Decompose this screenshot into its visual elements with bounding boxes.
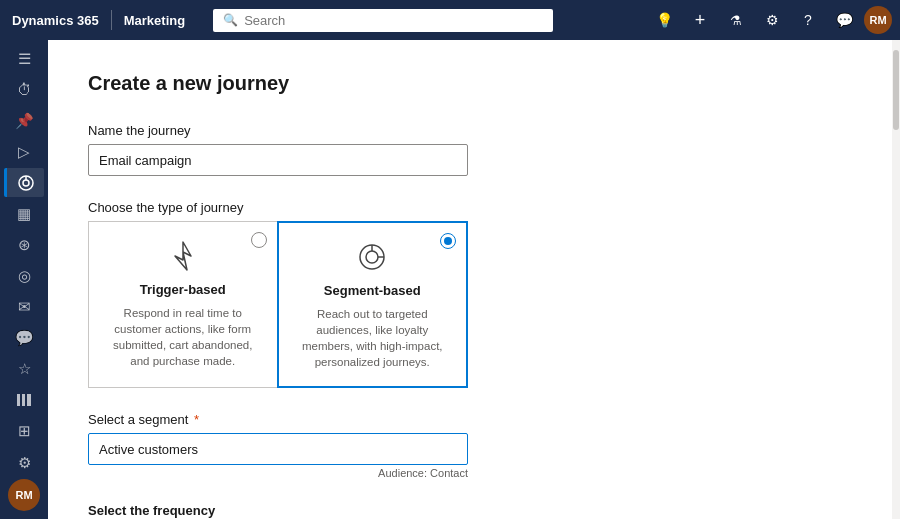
sidebar-item-grid[interactable]: ▦	[4, 199, 44, 228]
user-avatar[interactable]: RM	[864, 6, 892, 34]
trigger-card-desc: Respond in real time to customer actions…	[105, 305, 261, 369]
nav-icons: 💡 + ⚗ ⚙ ? 💬 RM	[640, 4, 900, 36]
sidebar-item-email[interactable]: ✉	[4, 293, 44, 322]
svg-point-7	[366, 251, 378, 263]
audience-hint: Audience: Contact	[88, 467, 468, 479]
sidebar-item-star[interactable]: ☆	[4, 355, 44, 384]
help-icon[interactable]: ?	[792, 4, 824, 36]
content-area: Create a new journey Name the journey Ch…	[48, 40, 892, 519]
trigger-radio[interactable]	[251, 232, 267, 248]
sidebar-item-recent[interactable]: ⏱	[4, 75, 44, 104]
sidebar-item-library[interactable]	[4, 386, 44, 415]
frequency-label: Select the frequency	[88, 503, 852, 518]
svg-rect-4	[22, 394, 25, 406]
top-nav: Dynamics 365 Marketing 🔍 💡 + ⚗ ⚙ ? 💬 RM	[0, 0, 900, 40]
page-title: Create a new journey	[88, 72, 852, 95]
filter-nav-icon[interactable]: ⚗	[720, 4, 752, 36]
search-icon: 🔍	[223, 13, 238, 27]
brand-area: Dynamics 365 Marketing	[0, 10, 197, 30]
trigger-card-title: Trigger-based	[105, 282, 261, 297]
segment-based-card[interactable]: Segment-based Reach out to targeted audi…	[277, 221, 469, 388]
search-area: 🔍	[197, 9, 640, 32]
search-box[interactable]: 🔍	[213, 9, 553, 32]
segment-radio[interactable]	[440, 233, 456, 249]
svg-point-1	[23, 180, 29, 186]
trigger-based-card[interactable]: Trigger-based Respond in real time to cu…	[88, 221, 277, 388]
chat-nav-icon[interactable]: 💬	[828, 4, 860, 36]
brand-name: Dynamics 365	[12, 13, 99, 28]
required-marker: *	[190, 412, 199, 427]
library-svg-icon	[15, 391, 33, 409]
segment-card-desc: Reach out to targeted audiences, like lo…	[295, 306, 451, 370]
lightbulb-icon[interactable]: 💡	[648, 4, 680, 36]
segment-label: Select a segment *	[88, 412, 852, 427]
sidebar-item-play[interactable]: ▷	[4, 137, 44, 166]
sidebar-item-pin[interactable]: 📌	[4, 106, 44, 135]
sidebar-item-grid2[interactable]: ⊞	[4, 417, 44, 446]
segment-section: Select a segment * Audience: Contact	[88, 412, 852, 479]
scrollbar[interactable]	[892, 40, 900, 519]
sidebar-avatar[interactable]: RM	[8, 479, 40, 511]
segment-wrapper: Audience: Contact	[88, 433, 468, 479]
segments-svg-icon	[17, 174, 35, 192]
journey-type-row: Trigger-based Respond in real time to cu…	[88, 221, 468, 388]
sidebar: ☰ ⏱ 📌 ▷ ▦ ⊛ ◎ ✉ 💬 ☆ ⊞ ⚙ RM	[0, 40, 48, 519]
sidebar-item-analytics[interactable]: ◎	[4, 262, 44, 291]
svg-rect-5	[27, 394, 31, 406]
scrollbar-thumb	[893, 50, 899, 130]
nav-divider	[111, 10, 112, 30]
sidebar-item-cog[interactable]: ⚙	[4, 448, 44, 477]
name-section: Name the journey	[88, 123, 852, 176]
sidebar-item-speech[interactable]: 💬	[4, 324, 44, 353]
journey-name-input[interactable]	[88, 144, 468, 176]
sidebar-item-segments[interactable]	[4, 168, 44, 197]
sidebar-bottom: RM	[8, 479, 40, 511]
frequency-section: Select the frequency A one-time journey …	[88, 503, 852, 519]
type-section: Choose the type of journey Trigger-based…	[88, 200, 852, 388]
sidebar-item-menu[interactable]: ☰	[4, 44, 44, 73]
search-input[interactable]	[244, 13, 543, 28]
app-name: Marketing	[124, 13, 185, 28]
sidebar-item-settings2[interactable]: ⊛	[4, 230, 44, 259]
segment-input[interactable]	[88, 433, 468, 465]
add-icon[interactable]: +	[684, 4, 716, 36]
svg-rect-3	[17, 394, 20, 406]
name-label: Name the journey	[88, 123, 852, 138]
segment-card-title: Segment-based	[295, 283, 451, 298]
main-layout: ☰ ⏱ 📌 ▷ ▦ ⊛ ◎ ✉ 💬 ☆ ⊞ ⚙ RM	[0, 40, 900, 519]
type-label: Choose the type of journey	[88, 200, 852, 215]
segment-card-icon	[295, 239, 451, 275]
settings-nav-icon[interactable]: ⚙	[756, 4, 788, 36]
trigger-icon	[105, 238, 261, 274]
